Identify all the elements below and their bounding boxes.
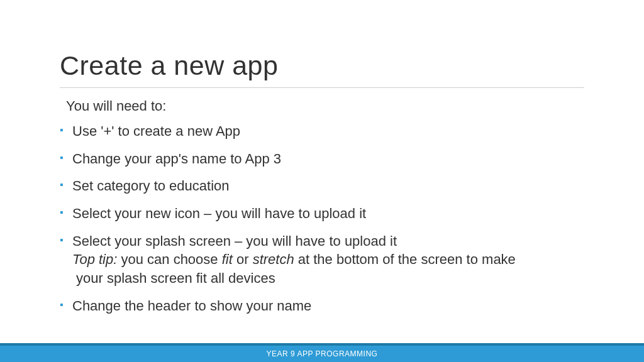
bullet-main-text: Select your splash screen – you will hav… <box>72 233 397 249</box>
slide-title: Create a new app <box>60 50 584 81</box>
bullet-list: Use '+' to create a new App Change your … <box>60 122 584 315</box>
tip-fit: fit <box>222 251 233 267</box>
tip-text: at the bottom of the screen to make <box>294 251 516 267</box>
footer-bar: YEAR 9 APP PROGRAMMING <box>0 346 644 362</box>
footer: YEAR 9 APP PROGRAMMING <box>0 343 644 362</box>
tip-line2: your splash screen fit all devices <box>72 269 584 288</box>
tip-text: or <box>233 251 253 267</box>
slide-container: Create a new app You will need to: Use '… <box>0 0 644 362</box>
list-item: Change the header to show your name <box>60 297 584 315</box>
title-divider <box>60 87 584 88</box>
tip-label: Top tip: <box>72 251 117 267</box>
list-item: Select your splash screen – you will hav… <box>60 232 584 288</box>
list-item: Select your new icon – you will have to … <box>60 204 584 223</box>
intro-text: You will need to: <box>60 98 584 114</box>
list-item: Use '+' to create a new App <box>60 122 584 141</box>
tip-text: you can choose <box>117 251 221 267</box>
list-item: Change your app's name to App 3 <box>60 150 584 168</box>
footer-text: YEAR 9 APP PROGRAMMING <box>267 349 378 358</box>
list-item: Set category to education <box>60 177 584 195</box>
tip-stretch: stretch <box>253 251 294 267</box>
